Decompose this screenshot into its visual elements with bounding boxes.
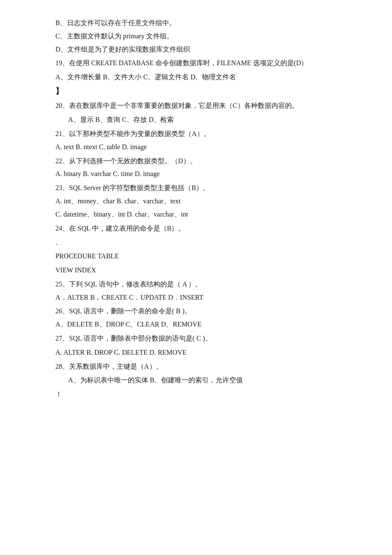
content-line-26: 28、关系数据库中，主键是（A）。 bbox=[55, 361, 358, 373]
content-line-3: D、文件组是为了更好的实现数据库文件组织 bbox=[55, 43, 358, 56]
content-line-9: 21、以下那种类型不能作为变量的数据类型（A）。 bbox=[55, 128, 358, 140]
content-area: B、日志文件可以存在于任意文件组中。C、主数据文件默认为 primary 文件组… bbox=[43, 17, 358, 401]
content-line-15: C. datetime、binary、int D. char、varchar、i… bbox=[55, 208, 358, 221]
content-line-6: 】 bbox=[55, 84, 358, 98]
content-line-12: A. binary B. varchar C. time D. image bbox=[55, 168, 358, 180]
content-line-7: 20、表在数据库中是一个非常重要的数据对象，它是用来（C）各种数据内容的。 bbox=[55, 100, 358, 112]
content-line-24: 27、SQL 语言中，删除表中部分数据的语句是( C )。 bbox=[55, 332, 358, 345]
content-line-13: 23、SQL Server 的字符型数据类型主要包括（B）。 bbox=[55, 182, 358, 194]
content-line-23: A、DELETE B、DROP C、CLEAR D、REMOVE bbox=[55, 318, 358, 331]
content-line-1: B、日志文件可以存在于任意文件组中。 bbox=[55, 17, 358, 29]
content-line-14: A. int、money、char B. char、varchar、text bbox=[55, 195, 358, 208]
content-line-19: VIEW INDEX bbox=[55, 264, 358, 277]
content-line-4: 19、在使用 CREATE DATABASE 命令创建数据库时，FILENAME… bbox=[55, 57, 358, 69]
content-line-5: A、文件增长量 B、文件大小 C、逻辑文件名 D、物理文件名 bbox=[55, 71, 358, 84]
content-line-21: A．ALTER B．CREATE C．UPDATE D．INSERT bbox=[55, 292, 358, 304]
content-line-2: C、主数据文件默认为 primary 文件组。 bbox=[55, 30, 358, 43]
content-line-22: 26、SQL 语言中，删除一个表的命令是( B )。 bbox=[55, 305, 358, 318]
content-line-17: 、 bbox=[55, 236, 358, 249]
content-line-16: 24、在 SQL 中，建立表用的命令是（B）。 bbox=[55, 223, 358, 235]
content-line-18: PROCEDURE TABLE bbox=[55, 250, 358, 263]
content-line-11: 22、从下列选择一个无效的数据类型。（D）。 bbox=[55, 155, 358, 168]
content-line-10: A. text B. ntext C. table D. image bbox=[55, 141, 358, 153]
content-line-8: A、显示 B、查询 C、存放 D、检索 bbox=[68, 114, 358, 126]
content-line-20: 25、下列 SQL 语句中，修改表结构的是（ A ）。 bbox=[55, 278, 358, 291]
content-line-25: A. ALTER B. DROP C. DELETE D. REMOVE bbox=[55, 347, 358, 359]
content-line-28: ！ bbox=[55, 388, 358, 401]
content-line-27: A、为标识表中唯一的实体 B、创建唯一的索引，允许空值 bbox=[68, 374, 358, 387]
